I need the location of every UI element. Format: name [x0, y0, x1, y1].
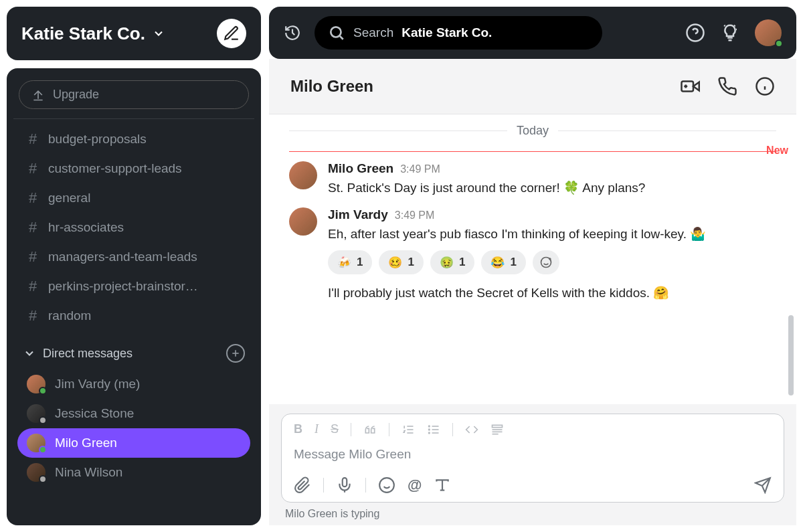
message-author[interactable]: Milo Green	[328, 161, 393, 176]
bullet-list-icon[interactable]	[427, 423, 440, 436]
phone-call-icon[interactable]	[717, 76, 737, 96]
reaction[interactable]: 🍻1	[328, 250, 372, 274]
svg-point-25	[429, 426, 430, 427]
message-input[interactable]: Message Milo Green	[282, 444, 784, 470]
date-separator: Today	[269, 114, 796, 147]
pencil-icon	[223, 25, 240, 42]
message: Milo Green 3:49 PM St. Patick's Day is j…	[269, 159, 796, 205]
lightbulb-icon[interactable]	[720, 23, 740, 43]
mention-button[interactable]: @	[408, 476, 422, 494]
help-icon[interactable]	[685, 23, 705, 43]
attach-icon[interactable]	[294, 476, 311, 494]
italic-button[interactable]: I	[315, 422, 319, 436]
message-time: 3:49 PM	[400, 163, 440, 175]
search-context: Katie Stark Co.	[402, 25, 492, 40]
chevron-down-icon	[23, 347, 36, 360]
channel-name: customer-support-leads	[48, 161, 182, 176]
search-prefix: Search	[353, 25, 393, 40]
avatar[interactable]	[289, 161, 317, 189]
status-online-icon	[775, 39, 783, 48]
status-offline-icon	[39, 416, 47, 424]
channel-item[interactable]: #random	[17, 301, 250, 331]
dm-section-label: Direct messages	[43, 347, 132, 361]
text-format-icon[interactable]	[434, 476, 451, 494]
bold-button[interactable]: B	[294, 422, 302, 436]
video-call-icon[interactable]	[680, 76, 700, 96]
svg-point-3	[331, 27, 341, 37]
dm-item[interactable]: Nina Wilson	[17, 458, 250, 487]
channel-name: hr-associates	[48, 220, 124, 235]
conversation-title[interactable]: Milo Green	[290, 77, 665, 96]
composer-area: B I S Message Milo Green @	[269, 404, 796, 525]
message-list: Today Milo Green 3:49 PM St. Patick's Da…	[269, 114, 796, 404]
dm-section-header[interactable]: Direct messages	[13, 331, 254, 369]
compose-button[interactable]	[217, 19, 246, 48]
avatar	[27, 434, 46, 452]
message-author[interactable]: Jim Vardy	[328, 207, 388, 222]
scrollbar[interactable]	[788, 315, 794, 395]
svg-marker-8	[693, 82, 699, 91]
top-bar: Search Katie Stark Co.	[269, 7, 796, 59]
ordered-list-icon[interactable]	[402, 423, 415, 436]
channel-item[interactable]: #budget-proposals	[17, 124, 250, 154]
add-reaction-button[interactable]	[533, 250, 559, 274]
channel-name: random	[48, 308, 91, 323]
message-text: I'll probably just watch the Secret of K…	[328, 284, 776, 303]
sidebar: Upgrade #budget-proposals #customer-supp…	[7, 68, 261, 525]
message-text: St. Patick's Day is just around the corn…	[328, 179, 776, 198]
dm-item[interactable]: Jim Vardy (me)	[17, 369, 250, 399]
mic-icon[interactable]	[336, 476, 353, 494]
dm-list: Jim Vardy (me) Jessica Stone Milo Green …	[13, 369, 254, 487]
workspace-header: Katie Stark Co.	[7, 7, 261, 60]
channel-list: #budget-proposals #customer-support-lead…	[13, 124, 254, 331]
channel-name: budget-proposals	[48, 132, 147, 147]
message-text: Eh, after last year's pub fiasco I'm thi…	[328, 225, 776, 244]
divider	[13, 118, 254, 119]
conversation-header: Milo Green	[269, 59, 796, 114]
channel-item[interactable]: #general	[17, 183, 250, 213]
plus-icon	[230, 348, 241, 359]
message: Jim Vardy 3:49 PM Eh, after last year's …	[269, 205, 796, 310]
search-input[interactable]: Search Katie Stark Co.	[315, 16, 602, 50]
dm-item-active[interactable]: Milo Green	[17, 428, 250, 458]
channel-item[interactable]: #perkins-project-brainstor…	[17, 272, 250, 301]
smile-plus-icon	[539, 256, 553, 269]
workspace-name: Katie Stark Co.	[21, 23, 145, 44]
reactions: 🍻1 🥴1 🤢1 😂1	[328, 250, 776, 274]
channel-name: perkins-project-brainstor…	[48, 279, 198, 294]
channel-name: managers-and-team-leads	[48, 250, 197, 264]
code-block-icon[interactable]	[490, 423, 504, 436]
upload-icon	[31, 88, 45, 102]
message-time: 3:49 PM	[395, 209, 435, 221]
avatar[interactable]	[289, 207, 317, 236]
dm-item[interactable]: Jessica Stone	[17, 399, 250, 428]
code-icon[interactable]	[465, 423, 478, 436]
upgrade-button[interactable]: Upgrade	[19, 80, 249, 109]
status-online-icon	[39, 446, 47, 454]
channel-item[interactable]: #customer-support-leads	[17, 154, 250, 183]
current-user-avatar[interactable]	[755, 19, 782, 46]
dm-name: Nina Wilson	[55, 465, 122, 480]
svg-point-27	[429, 432, 430, 434]
history-icon[interactable]	[284, 24, 301, 41]
hash-icon: #	[27, 307, 39, 325]
add-dm-button[interactable]	[226, 344, 245, 363]
reaction[interactable]: 🤢1	[430, 250, 474, 274]
search-icon	[328, 24, 345, 41]
quote-icon[interactable]	[363, 423, 377, 436]
strike-button[interactable]: S	[331, 422, 339, 436]
channel-item[interactable]: #hr-associates	[17, 213, 250, 242]
svg-point-26	[429, 429, 430, 430]
avatar	[27, 463, 46, 482]
hash-icon: #	[27, 160, 39, 177]
send-icon[interactable]	[754, 476, 772, 494]
reaction[interactable]: 😂1	[481, 250, 525, 274]
info-icon[interactable]	[755, 76, 775, 96]
avatar	[27, 375, 46, 393]
reaction[interactable]: 🥴1	[379, 250, 423, 274]
emoji-icon[interactable]	[378, 476, 395, 494]
hash-icon: #	[27, 219, 39, 236]
avatar	[27, 404, 46, 423]
workspace-switcher[interactable]: Katie Stark Co.	[21, 23, 207, 44]
channel-item[interactable]: #managers-and-team-leads	[17, 242, 250, 272]
